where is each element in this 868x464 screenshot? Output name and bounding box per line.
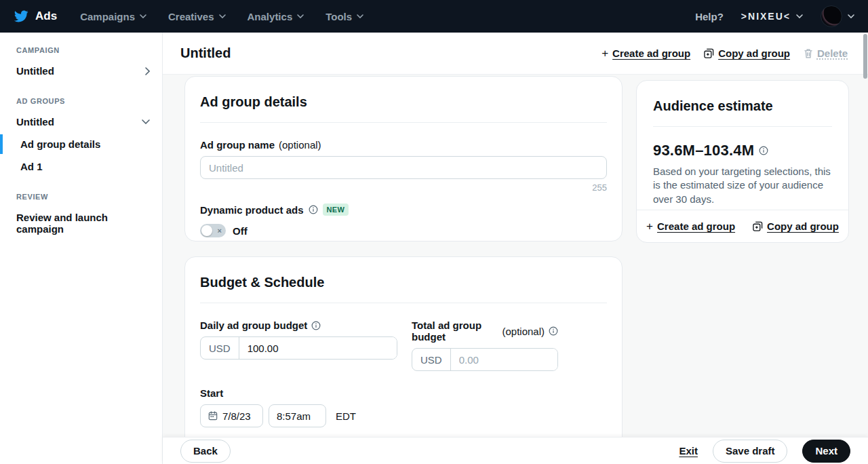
card-title: Budget & Schedule <box>200 275 607 290</box>
footer-bar: Back Exit Save draft Next <box>163 437 868 464</box>
char-count: 255 <box>200 182 607 193</box>
chevron-down-icon <box>848 14 854 18</box>
nav-item-campaigns[interactable]: Campaigns <box>80 11 146 22</box>
sidebar: CAMPAIGN Untitled AD GROUPS Untitled Ad … <box>0 33 163 464</box>
back-button[interactable]: Back <box>180 440 231 463</box>
nav-item-analytics[interactable]: Analytics <box>248 11 304 22</box>
budget-columns: Daily ad group budget USD Total ad group… <box>200 303 607 371</box>
ad-group-details-card: Ad group details Ad group name (optional… <box>184 76 623 241</box>
dpa-toggle-row: × Off <box>200 224 607 237</box>
audience-estimate-body: Audience estimate 93.6M–103.4M Based on … <box>637 81 848 210</box>
sidebar-item-label: Review and launch campaign <box>16 212 146 235</box>
total-budget-input-group: USD <box>412 348 558 371</box>
start-label: Start <box>200 387 607 399</box>
total-budget-label: Total ad group budget (optional) <box>412 320 558 343</box>
divider <box>200 122 607 123</box>
copy-ad-group-button[interactable]: Copy ad group <box>704 47 790 59</box>
copy-icon <box>753 221 763 231</box>
dynamic-product-ads-row: Dynamic product ads NEW <box>200 204 607 216</box>
nav-menu: Campaigns Creatives Analytics Tools <box>80 11 363 22</box>
avatar <box>821 5 842 27</box>
total-budget-column: Total ad group budget (optional) USD <box>412 303 558 371</box>
audience-estimate-description: Based on your targeting selections, this… <box>653 165 832 206</box>
content-area: Ad group details Ad group name (optional… <box>163 75 868 437</box>
help-link[interactable]: Help? <box>695 11 724 22</box>
card-title: Audience estimate <box>653 98 832 114</box>
profile-menu[interactable] <box>821 5 854 27</box>
nav-item-label: Tools <box>326 11 352 22</box>
plus-icon: + <box>646 220 653 232</box>
page-title: Untitled <box>180 45 231 61</box>
sidebar-section-ad-groups: AD GROUPS Untitled Ad group details Ad 1 <box>0 97 162 178</box>
account-switcher[interactable]: >NIXEU< <box>741 11 803 22</box>
sidebar-section-review: REVIEW Review and launch campaign <box>0 193 162 240</box>
sidebar-item-ad-group-details[interactable]: Ad group details <box>0 133 162 155</box>
divider <box>653 126 832 127</box>
start-datetime-row: EDT <box>200 404 607 427</box>
label-text: Daily ad group budget <box>200 320 307 331</box>
ad-group-name-input[interactable] <box>200 156 607 179</box>
nav-item-label: Analytics <box>248 11 293 22</box>
create-ad-group-label: Create ad group <box>657 220 735 232</box>
sidebar-item-label: Untitled <box>16 65 54 77</box>
scrollbar-thumb[interactable] <box>863 34 867 79</box>
chevron-down-icon <box>297 14 304 18</box>
dpa-toggle[interactable]: × <box>200 224 226 237</box>
section-label: REVIEW <box>0 193 162 201</box>
sidebar-item-review-launch[interactable]: Review and launch campaign <box>0 206 162 240</box>
dpa-state-label: Off <box>233 225 248 237</box>
header-actions: + Create ad group Copy ad group Delete <box>601 47 848 59</box>
total-budget-input[interactable] <box>451 349 557 370</box>
audience-estimate-row: 93.6M–103.4M <box>653 142 832 159</box>
brand-label: Ads <box>35 9 57 23</box>
toggle-x-icon: × <box>218 227 222 235</box>
audience-estimate-value: 93.6M–103.4M <box>653 142 754 159</box>
info-icon[interactable] <box>311 321 321 330</box>
delete-button[interactable]: Delete <box>804 47 848 59</box>
main-header: Untitled + Create ad group Copy ad group… <box>163 33 868 75</box>
sidebar-item-campaign-untitled[interactable]: Untitled <box>0 60 162 82</box>
daily-budget-input-group: USD <box>200 336 397 360</box>
nav-item-label: Campaigns <box>80 11 135 22</box>
chevron-down-icon <box>140 14 146 18</box>
copy-ad-group-button[interactable]: Copy ad group <box>753 220 839 232</box>
start-date-input[interactable] <box>222 410 255 422</box>
start-date-picker[interactable] <box>200 404 263 427</box>
budget-schedule-card: Budget & Schedule Daily ad group budget … <box>184 256 623 437</box>
sidebar-item-adgroup-untitled[interactable]: Untitled <box>0 111 162 133</box>
next-button[interactable]: Next <box>802 440 850 463</box>
sidebar-item-label: Ad group details <box>20 138 100 150</box>
sidebar-item-ad-1[interactable]: Ad 1 <box>0 155 162 178</box>
card-title: Ad group details <box>200 94 607 110</box>
nav-item-creatives[interactable]: Creatives <box>168 11 226 22</box>
label-text: Ad group name <box>200 139 275 151</box>
daily-budget-input[interactable] <box>239 337 397 359</box>
twitter-ads-app: Ads Campaigns Creatives Analytics Tools … <box>0 0 868 464</box>
section-label: CAMPAIGN <box>0 46 162 54</box>
create-ad-group-button[interactable]: + Create ad group <box>601 47 690 59</box>
calendar-icon <box>208 411 218 421</box>
info-icon[interactable] <box>759 146 768 155</box>
save-draft-button[interactable]: Save draft <box>713 440 788 463</box>
brand[interactable]: Ads <box>14 9 57 24</box>
currency-prefix: USD <box>201 337 239 359</box>
nav-item-tools[interactable]: Tools <box>326 11 363 22</box>
sidebar-section-campaign: CAMPAIGN Untitled <box>0 46 162 82</box>
copy-ad-group-label: Copy ad group <box>767 220 839 232</box>
twitter-bird-icon <box>14 9 28 24</box>
label-text: Total ad group budget <box>412 320 498 343</box>
daily-budget-label: Daily ad group budget <box>200 320 397 331</box>
nav-item-label: Creatives <box>168 11 214 22</box>
info-icon[interactable] <box>309 205 318 214</box>
start-time-input[interactable] <box>269 404 326 427</box>
main: Untitled + Create ad group Copy ad group… <box>163 33 868 464</box>
chevron-down-icon <box>219 14 226 18</box>
footer-right-actions: Exit Save draft Next <box>679 440 850 463</box>
info-icon[interactable] <box>549 326 558 336</box>
new-badge: NEW <box>323 204 349 216</box>
create-ad-group-button[interactable]: + Create ad group <box>646 220 735 232</box>
timezone-label: EDT <box>336 410 356 422</box>
scrollbar-track[interactable] <box>863 33 867 464</box>
exit-link[interactable]: Exit <box>679 445 698 457</box>
ad-group-name-label: Ad group name (optional) <box>200 139 607 151</box>
